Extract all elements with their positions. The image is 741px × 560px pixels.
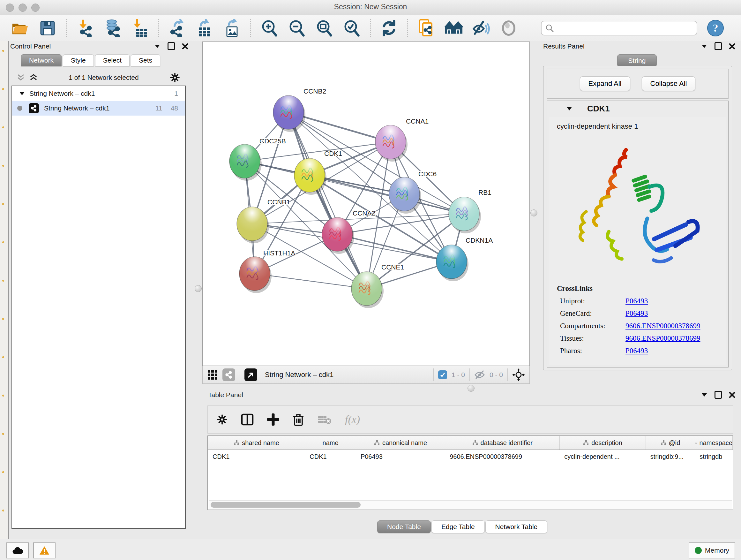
network-edge[interactable] [310, 175, 464, 214]
column-header[interactable]: namespace [695, 436, 733, 449]
network-graph[interactable]: CCNB2CCNA1CDC25BCDK1CDC6RB1CCNB1CCNA2CDK… [203, 42, 529, 366]
table-cell[interactable]: P06493 [356, 450, 445, 463]
network-node-rb1[interactable] [449, 197, 481, 233]
expand-all-button[interactable]: Expand All [580, 76, 630, 91]
import-table-button[interactable] [131, 19, 149, 37]
table-cell[interactable]: stringdb:9... [646, 450, 695, 463]
section-expander-icon[interactable] [566, 106, 572, 111]
network-node-ccna1[interactable] [375, 125, 408, 162]
export-network-button[interactable] [168, 19, 186, 37]
collection-expander-icon[interactable] [19, 91, 25, 96]
panel-float-icon[interactable] [701, 44, 708, 49]
gear-icon[interactable] [170, 72, 180, 83]
hide-selected-button[interactable] [472, 19, 490, 37]
network-node-cdc25b[interactable] [229, 144, 262, 181]
help-button[interactable]: ? [706, 19, 725, 37]
fit-content-crosshair-icon[interactable] [512, 368, 525, 381]
network-canvas[interactable]: CCNB2CCNA1CDC25BCDK1CDC6RB1CCNB1CCNA2CDK… [202, 42, 530, 366]
column-header[interactable]: shared name [208, 436, 305, 449]
crosslink-link[interactable]: P06493 [625, 297, 648, 305]
panel-float-icon[interactable] [154, 44, 160, 49]
expand-all-icon[interactable] [29, 74, 38, 81]
left-splitter-handle[interactable] [195, 285, 202, 292]
export-image-button[interactable] [223, 19, 241, 37]
network-node-cdc6[interactable] [389, 177, 421, 213]
network-edge[interactable] [337, 234, 452, 262]
export-table-button[interactable] [195, 19, 214, 37]
node-table[interactable]: shared namenamecanonical namedatabase id… [207, 435, 733, 510]
delete-column-trash-icon[interactable] [293, 413, 304, 426]
hidden-items-icon[interactable] [474, 370, 485, 380]
delete-table-icon[interactable] [318, 414, 332, 425]
network-node-hist1h1a[interactable] [239, 257, 272, 293]
table-settings-gear-icon[interactable] [217, 414, 227, 425]
save-session-button[interactable] [38, 19, 57, 37]
gene-section-header[interactable]: CDK1 [547, 101, 728, 116]
table-cell[interactable]: 9606.ENSP00000378699 [445, 450, 560, 463]
crosslink-link[interactable]: P06493 [625, 347, 648, 355]
horizontal-scrollbar[interactable] [209, 500, 732, 509]
column-header[interactable]: @id [646, 436, 695, 449]
network-node-cdkn1a[interactable] [436, 245, 468, 281]
clone-network-button[interactable] [417, 19, 435, 37]
panel-float-icon[interactable] [701, 393, 708, 397]
column-header[interactable]: name [305, 436, 356, 449]
panel-close-icon[interactable] [729, 392, 735, 398]
panel-maximize-icon[interactable] [167, 42, 175, 50]
show-all-button[interactable] [499, 19, 518, 37]
network-edge[interactable] [288, 112, 367, 289]
network-row[interactable]: String Network – cdk1 11 48 [12, 101, 185, 116]
panel-close-icon[interactable] [182, 43, 188, 50]
tab-style[interactable]: Style [63, 54, 94, 66]
tab-select[interactable]: Select [95, 54, 130, 66]
table-cell[interactable]: cyclin-dependent ... [560, 450, 646, 463]
tab-sets[interactable]: Sets [131, 54, 160, 66]
search-box[interactable] [541, 21, 697, 36]
network-collection-row[interactable]: String Network – cdk1 1 [12, 86, 185, 101]
birds-eye-view-icon[interactable] [245, 368, 257, 381]
warnings-button[interactable] [33, 543, 56, 558]
import-network-from-database-button[interactable] [103, 19, 122, 37]
crosslink-link[interactable]: P06493 [625, 309, 648, 318]
panel-maximize-icon[interactable] [715, 391, 722, 399]
cloud-status-button[interactable] [6, 543, 29, 558]
grid-view-icon[interactable] [207, 369, 218, 380]
search-input[interactable] [554, 24, 693, 32]
tab-network-table[interactable]: Network Table [485, 520, 548, 533]
show-neighborhood-button[interactable] [445, 19, 463, 37]
column-header[interactable]: database identifier [445, 436, 560, 449]
show-columns-icon[interactable] [241, 413, 254, 426]
apply-layout-button[interactable] [380, 19, 398, 37]
zoom-selected-button[interactable] [342, 19, 361, 37]
string-view-icon[interactable] [222, 368, 235, 381]
table-row[interactable]: CDK1CDK1P064939606.ENSP00000378699cyclin… [208, 450, 733, 463]
add-column-plus-icon[interactable] [267, 414, 279, 426]
tab-string[interactable]: String [617, 54, 657, 67]
network-node-cdk1[interactable] [294, 159, 327, 195]
collapse-all-button[interactable]: Collapse All [642, 76, 696, 91]
crosslink-link[interactable]: 9606.ENSP00000378699 [625, 322, 700, 330]
zoom-in-button[interactable] [260, 19, 279, 37]
network-node-ccne1[interactable] [351, 272, 384, 308]
zoom-fit-button[interactable] [315, 19, 333, 37]
table-cell[interactable]: CDK1 [208, 450, 305, 463]
panel-close-icon[interactable] [729, 43, 735, 50]
table-cell[interactable]: CDK1 [305, 450, 356, 463]
tab-network[interactable]: Network [21, 54, 62, 66]
network-node-ccna2[interactable] [322, 217, 354, 254]
tab-edge-table[interactable]: Edge Table [431, 520, 485, 533]
import-network-button[interactable] [76, 19, 94, 37]
network-node-ccnb2[interactable] [273, 96, 306, 132]
collapse-all-icon[interactable] [17, 74, 25, 81]
panel-maximize-icon[interactable] [715, 42, 722, 50]
selected-items-icon[interactable] [438, 370, 447, 379]
tab-node-table[interactable]: Node Table [377, 520, 431, 533]
column-header[interactable]: canonical name [356, 436, 445, 449]
table-cell[interactable]: stringdb [695, 450, 733, 463]
function-builder-icon[interactable]: f(x) [345, 414, 360, 426]
zoom-out-button[interactable] [287, 19, 306, 37]
scrollbar-thumb[interactable] [211, 502, 360, 508]
column-header[interactable]: description [560, 436, 646, 449]
memory-button[interactable]: Memory [689, 543, 735, 558]
network-node-ccnb1[interactable] [237, 207, 269, 243]
